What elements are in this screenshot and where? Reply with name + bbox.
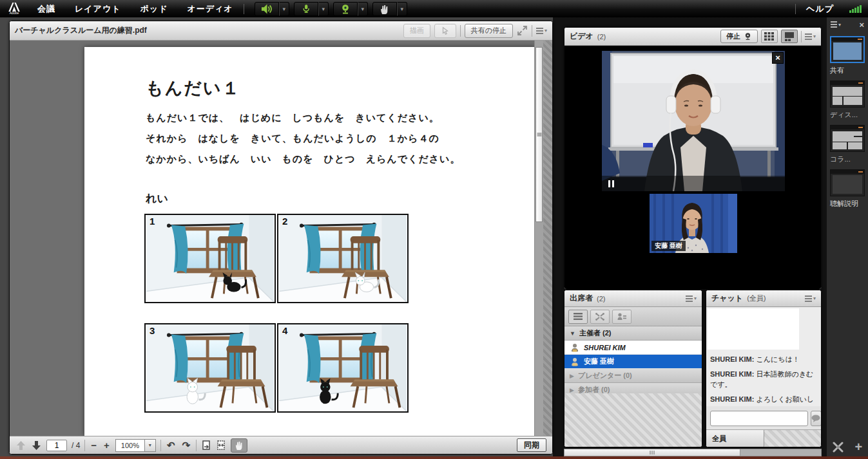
layout-item-listening[interactable]: 聴解説明 [827, 169, 868, 209]
filmstrip-view-icon [784, 32, 795, 41]
fullscreen-button[interactable] [517, 25, 528, 36]
attendees-pod-menu-button[interactable]: ▾ [686, 295, 697, 302]
microphone-icon [302, 3, 311, 14]
topbar-separator-2 [795, 4, 796, 14]
breakout-icon [595, 313, 604, 321]
draw-button[interactable]: 描画 [403, 24, 430, 38]
rotate-left-button[interactable]: ↶ [166, 440, 177, 451]
webcam-dropdown[interactable]: ▾ [358, 2, 368, 16]
attendee-row-ando-aki[interactable]: 安藤 亜樹 [564, 355, 702, 369]
page-number-input[interactable] [46, 440, 67, 451]
menu-layout[interactable]: レイアウト [75, 3, 121, 15]
layouts-sidebar: ▾ × 共有 ディス... コラ... [827, 17, 868, 459]
presenters-group-header[interactable]: ▶ プレゼンター (0) [564, 369, 702, 383]
attendee-row-shurei-kim[interactable]: SHUREI KIM [564, 341, 702, 355]
raise-hand-button[interactable] [372, 2, 397, 16]
panel-number: 4 [282, 325, 287, 336]
menu-lines-icon [536, 28, 543, 34]
layout-label: コラ... [830, 155, 868, 164]
zoom-dropdown-arrow[interactable]: ▾ [145, 439, 156, 452]
chat-pod-menu-button[interactable]: ▾ [805, 295, 816, 302]
attendees-toolbar [564, 307, 702, 326]
filmstrip-view-button[interactable] [781, 30, 798, 43]
share-pod-menu-button[interactable]: ▾ [536, 28, 547, 34]
main-menus: 会議 レイアウト ポッド オーディオ [37, 3, 233, 15]
scrollbar-thumb[interactable] [564, 449, 740, 456]
filmstrip-video-feed[interactable]: 安藤 亜樹 [650, 194, 737, 253]
grid-view-button[interactable] [761, 30, 778, 43]
pointer-tool-button[interactable] [434, 24, 456, 38]
chat-blank-area [708, 308, 799, 350]
room-illustration [278, 215, 407, 302]
sync-button[interactable]: 同期 [517, 438, 546, 452]
raise-hand-dropdown[interactable]: ▾ [397, 2, 407, 16]
chat-message-area: SHUREI KIM: こんにちは！ SHUREI KIM: 日本語教師のきむで… [706, 307, 821, 406]
next-page-button[interactable] [31, 441, 42, 450]
pan-tool-button[interactable] [231, 438, 247, 453]
layout-thumbnail-share[interactable] [830, 36, 865, 63]
adobe-logo-label: Adobe [10, 12, 19, 15]
chat-messages: SHUREI KIM: こんにちは！ SHUREI KIM: 日本語教師のきむで… [710, 355, 819, 406]
layout-options-button[interactable] [833, 442, 844, 453]
share-pod-titlebar: バーチャルクラスルーム用の練習.pdf 描画 共有の停止 ▾ [10, 21, 552, 41]
panel-number: 3 [149, 325, 155, 336]
attendee-list-view-button[interactable] [568, 310, 588, 324]
layout-item-share[interactable]: 共有 [827, 36, 868, 75]
speaker-button[interactable] [255, 2, 279, 16]
chat-tab-everyone[interactable]: 全員 [706, 430, 764, 447]
layout-thumbnail-collaboration[interactable] [830, 125, 865, 152]
menu-lines-icon [831, 21, 837, 28]
topbar-right: ヘルプ [785, 3, 868, 15]
chat-message-input[interactable] [710, 411, 808, 426]
zoom-out-button[interactable]: − [90, 440, 98, 451]
pods-horizontal-scrollbar[interactable] [564, 449, 822, 456]
menu-pods[interactable]: ポッド [140, 3, 168, 15]
zoom-in-button[interactable]: + [102, 440, 111, 451]
presenters-group-label: プレゼンター (0) [578, 371, 632, 380]
hosts-group-header[interactable]: ▼ 主催者 (2) [564, 326, 702, 341]
stop-webcam-button[interactable]: 停止 [720, 30, 758, 43]
layouts-menu-button[interactable]: ▾ [831, 21, 841, 28]
menu-meeting[interactable]: 会議 [37, 3, 55, 15]
rotate-right-button[interactable]: ↷ [180, 440, 191, 451]
close-sidebar-button[interactable]: × [859, 20, 864, 30]
chat-message: SHUREI KIM: よろしくお願いします [710, 395, 819, 406]
chat-sender: SHUREI KIM: [710, 395, 754, 403]
video-count: (2) [597, 33, 606, 41]
topbar-separator [244, 4, 244, 14]
chat-sender: SHUREI KIM: [710, 370, 754, 378]
send-message-button[interactable] [811, 411, 822, 426]
answer-panels-grid: 1 2 3 [144, 214, 409, 413]
scrollbar-thumb[interactable] [535, 47, 543, 222]
layout-thumbnail-discussion[interactable] [830, 80, 865, 108]
menu-audio[interactable]: オーディオ [187, 3, 233, 15]
host-role-icon [570, 343, 579, 352]
toolbar-separator [84, 440, 85, 451]
previous-page-button[interactable] [15, 441, 26, 450]
fit-width-button[interactable] [216, 440, 226, 450]
document-heading: もんだい１ [146, 77, 241, 100]
share-pod-content: もんだい１ もんだい１では、 はじめに しつもんを きいてください。 それから … [10, 41, 552, 436]
help-menu[interactable]: ヘルプ [806, 3, 834, 15]
attendee-status-view-button[interactable] [612, 310, 632, 324]
video-pod-menu-button[interactable]: ▾ [805, 33, 816, 40]
layout-item-collaboration[interactable]: コラ... [827, 125, 868, 164]
document-vertical-scrollbar[interactable] [534, 41, 543, 436]
zoom-level-select[interactable]: 100% ▾ [115, 439, 156, 452]
grid-view-icon [764, 32, 774, 41]
add-layout-button[interactable]: + [854, 441, 862, 453]
breakout-view-button[interactable] [590, 310, 610, 324]
microphone-dropdown[interactable]: ▾ [318, 2, 329, 16]
fit-page-button[interactable] [201, 440, 211, 450]
webcam-button[interactable] [333, 2, 358, 16]
layout-thumbnail-listening[interactable] [830, 169, 865, 196]
stop-sharing-button[interactable]: 共有の停止 [465, 24, 513, 38]
layout-item-discussion[interactable]: ディス... [827, 80, 868, 120]
main-video-feed: × [602, 51, 785, 191]
pod-resize-strip[interactable] [543, 41, 552, 436]
adobe-logo[interactable]: Adobe [0, 0, 28, 17]
speaker-dropdown[interactable]: ▾ [279, 2, 289, 16]
microphone-button[interactable] [294, 2, 318, 16]
close-video-button[interactable]: × [772, 52, 784, 64]
pause-video-button[interactable] [608, 180, 614, 187]
